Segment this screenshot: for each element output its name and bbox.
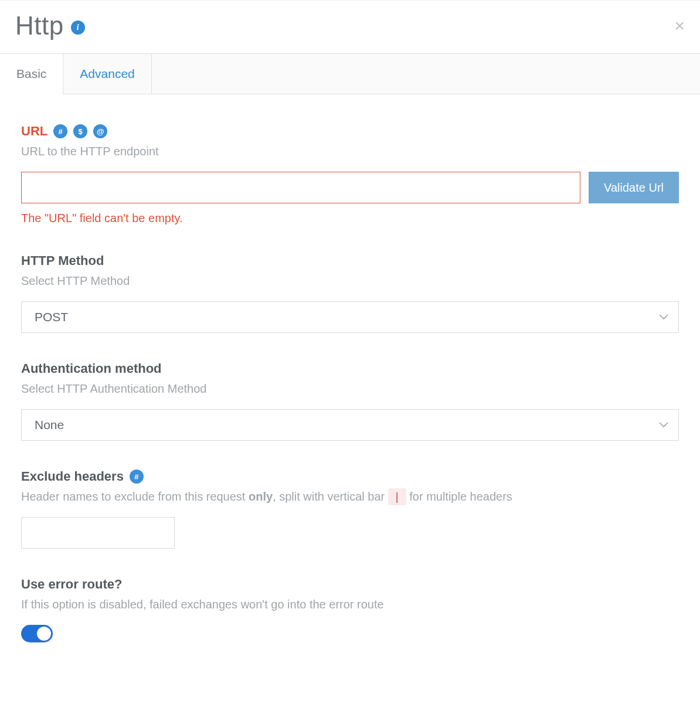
exclude-desc: Header names to exclude from this reques… (21, 488, 679, 505)
method-desc: Select HTTP Method (21, 272, 679, 290)
error-route-label-row: Use error route? (21, 577, 679, 592)
exclude-headers-input[interactable] (21, 517, 175, 549)
exclude-label: Exclude headers (21, 469, 124, 484)
auth-field-block: Authentication method Select HTTP Authen… (21, 361, 679, 441)
url-label: URL (21, 124, 47, 139)
header-left: Http i (15, 11, 85, 40)
url-input-row: Validate Url (21, 172, 679, 203)
method-label-row: HTTP Method (21, 253, 679, 268)
http-config-panel: Http i × Basic Advanced URL # $ @ URL to… (0, 0, 700, 672)
tab-basic[interactable]: Basic (0, 53, 63, 94)
auth-label-row: Authentication method (21, 361, 679, 376)
auth-select-wrap: None (21, 409, 679, 441)
exclude-desc-post: for multiple headers (406, 490, 512, 503)
method-select-wrap: POST (21, 301, 679, 333)
dollar-badge-icon[interactable]: $ (73, 124, 87, 138)
error-route-desc: If this option is disabled, failed excha… (21, 596, 679, 613)
method-field-block: HTTP Method Select HTTP Method POST (21, 253, 679, 333)
at-badge-icon[interactable]: @ (93, 124, 107, 138)
exclude-desc-pre: Header names to exclude from this reques… (21, 490, 249, 503)
toggle-knob (37, 627, 51, 641)
auth-desc: Select HTTP Authentication Method (21, 380, 679, 397)
error-route-field-block: Use error route? If this option is disab… (21, 577, 679, 642)
error-route-label: Use error route? (21, 577, 122, 592)
url-input[interactable] (21, 172, 580, 203)
panel-title: Http (15, 11, 64, 40)
method-label: HTTP Method (21, 253, 104, 268)
pipe-char: | (388, 488, 406, 505)
hash-badge-icon[interactable]: # (130, 470, 144, 484)
url-error-message: The "URL" field can't be empty. (21, 212, 679, 225)
url-label-row: URL # $ @ (21, 124, 679, 139)
panel-header: Http i × (0, 1, 700, 53)
auth-select[interactable]: None (21, 409, 679, 441)
info-icon[interactable]: i (71, 21, 85, 35)
auth-label: Authentication method (21, 361, 162, 376)
method-select[interactable]: POST (21, 301, 679, 333)
auth-value: None (35, 418, 64, 432)
error-route-toggle[interactable] (21, 625, 53, 642)
exclude-desc-mid: , split with vertical bar (273, 490, 388, 503)
method-value: POST (35, 310, 68, 324)
exclude-label-row: Exclude headers # (21, 469, 679, 484)
exclude-field-block: Exclude headers # Header names to exclud… (21, 469, 679, 549)
tab-advanced[interactable]: Advanced (63, 54, 151, 94)
form-content: URL # $ @ URL to the HTTP endpoint Valid… (0, 94, 700, 672)
exclude-desc-bold: only (249, 490, 273, 503)
tab-bar: Basic Advanced (0, 53, 700, 94)
hash-badge-icon[interactable]: # (53, 124, 67, 138)
url-field-block: URL # $ @ URL to the HTTP endpoint Valid… (21, 124, 679, 225)
url-desc: URL to the HTTP endpoint (21, 142, 679, 160)
close-icon[interactable]: × (674, 17, 685, 35)
validate-url-button[interactable]: Validate Url (589, 172, 679, 203)
